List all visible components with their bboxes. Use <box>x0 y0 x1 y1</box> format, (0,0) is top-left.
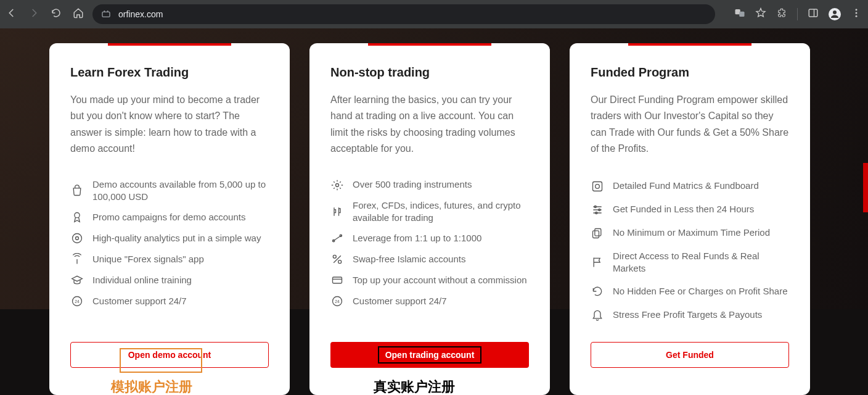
clock-icon: 24 <box>70 294 84 308</box>
sidepanel-icon[interactable] <box>808 7 819 21</box>
open-demo-button[interactable]: Open demo account <box>70 342 269 368</box>
list-item: Direct Access to Real Funds & Real Marke… <box>591 245 789 280</box>
svg-text:24: 24 <box>75 299 80 304</box>
ribbon-icon <box>70 210 84 224</box>
svg-rect-21 <box>333 277 342 283</box>
list-item: Top up your account without a commission <box>330 270 529 291</box>
list-item: No Hidden Fee or Charges on Profit Share <box>591 280 789 303</box>
svg-point-25 <box>596 184 600 188</box>
open-trading-button[interactable]: Open trading account <box>330 342 529 368</box>
list-item: Detailed Fund Matrics & Fundboard <box>591 175 789 198</box>
svg-rect-30 <box>593 230 599 238</box>
svg-point-16 <box>336 183 339 186</box>
list-item: High-quality analytics put in a simple w… <box>70 228 269 249</box>
reload-icon[interactable] <box>51 7 62 21</box>
svg-rect-29 <box>595 228 601 236</box>
card-icon <box>330 273 344 287</box>
back-icon[interactable] <box>6 7 17 21</box>
list-item: Forex, CFDs, indices, futures, and crypt… <box>330 196 529 228</box>
card-learn-forex: Learn Forex Trading You made up your min… <box>49 43 290 395</box>
copy-icon <box>591 227 604 240</box>
bell-icon <box>591 308 604 322</box>
svg-rect-0 <box>102 12 110 17</box>
cards-row: Learn Forex Trading You made up your min… <box>49 43 810 395</box>
gear-icon <box>330 178 344 192</box>
list-item: Demo accounts available from 5,000 up to… <box>70 175 269 207</box>
scroll-indicator[interactable] <box>863 163 868 212</box>
button-label: Open demo account <box>128 350 211 360</box>
list-item: Leverage from 1:1 up to 1:1000 <box>330 228 529 249</box>
page: Learn Forex Trading You made up your min… <box>0 28 868 395</box>
svg-point-7 <box>833 10 837 14</box>
home-icon[interactable] <box>73 7 84 21</box>
flag-icon <box>591 256 604 269</box>
target-icon <box>70 231 84 245</box>
lever-icon <box>330 231 344 245</box>
svg-point-1 <box>104 10 105 12</box>
svg-point-13 <box>76 237 79 240</box>
graduation-icon <box>70 273 84 287</box>
bookmark-icon[interactable] <box>755 7 766 21</box>
list-item: 24Customer support 24/7 <box>330 291 529 312</box>
list-item: Unique "Forex signals" app <box>70 249 269 270</box>
card-description: Our Direct Funding Program empower skill… <box>591 92 789 157</box>
card-title: Learn Forex Trading <box>70 65 269 80</box>
svg-point-9 <box>856 12 858 14</box>
svg-point-10 <box>856 15 858 17</box>
profile-avatar[interactable] <box>829 8 841 20</box>
dashboard-icon <box>591 180 604 193</box>
svg-point-11 <box>75 213 80 218</box>
extensions-icon[interactable] <box>776 7 787 21</box>
svg-rect-24 <box>593 181 602 191</box>
feature-list: Demo accounts available from 5,000 up to… <box>70 175 269 312</box>
svg-text:24: 24 <box>335 299 340 304</box>
site-info-icon[interactable] <box>101 9 111 20</box>
list-item: Individual online training <box>70 270 269 291</box>
card-accent <box>108 43 231 46</box>
clock-icon: 24 <box>330 294 344 308</box>
candles-icon <box>330 205 344 218</box>
sliders-icon <box>591 203 604 217</box>
bag-icon <box>70 184 84 198</box>
refresh-icon <box>591 285 604 298</box>
svg-rect-5 <box>809 9 817 17</box>
card-title: Non-stop trading <box>330 65 529 80</box>
menu-icon[interactable] <box>851 7 862 21</box>
annotation-text: 模拟账户注册 <box>111 378 192 395</box>
feature-list: Detailed Fund Matrics & Fundboard Get Fu… <box>591 175 789 327</box>
card-title: Funded Program <box>591 65 789 80</box>
translate-icon[interactable] <box>734 7 745 21</box>
list-item: Get Funded in Less then 24 Hours <box>591 198 789 222</box>
svg-point-20 <box>338 260 342 264</box>
svg-point-19 <box>333 255 336 258</box>
get-funded-button[interactable]: Get Funded <box>591 342 789 368</box>
card-accent <box>628 43 751 46</box>
button-label: Open trading account <box>378 346 482 364</box>
list-item: Promo campaigns for demo accounts <box>70 207 269 228</box>
svg-point-2 <box>107 10 108 12</box>
feature-list: Over 500 trading instruments Forex, CFDs… <box>330 175 529 312</box>
card-accent <box>368 43 491 46</box>
address-bar[interactable]: orfinex.com <box>92 4 715 24</box>
card-nonstop-trading: Non-stop trading After learning the basi… <box>309 43 550 395</box>
antenna-icon <box>70 252 84 266</box>
list-item: Swap-free Islamic accounts <box>330 249 529 270</box>
toolbar-divider <box>797 8 798 20</box>
card-funded-program: Funded Program Our Direct Funding Progra… <box>570 43 810 395</box>
svg-point-8 <box>856 9 858 10</box>
forward-icon[interactable] <box>28 7 39 21</box>
url-text: orfinex.com <box>118 9 163 19</box>
card-description: After learning the basics, you can try y… <box>330 92 529 157</box>
list-item: No Minimum or Maximum Time Period <box>591 222 789 245</box>
list-item: Over 500 trading instruments <box>330 175 529 196</box>
list-item: Stress Free Profit Targets & Payouts <box>591 303 789 326</box>
percent-icon <box>330 252 344 266</box>
svg-rect-4 <box>739 12 744 17</box>
annotation-text: 真实账户注册 <box>374 378 455 395</box>
svg-point-12 <box>73 234 82 243</box>
browser-toolbar: orfinex.com <box>0 0 868 28</box>
list-item: 24Customer support 24/7 <box>70 291 269 312</box>
button-label: Get Funded <box>666 350 714 360</box>
card-description: You made up your mind to become a trader… <box>70 92 269 157</box>
